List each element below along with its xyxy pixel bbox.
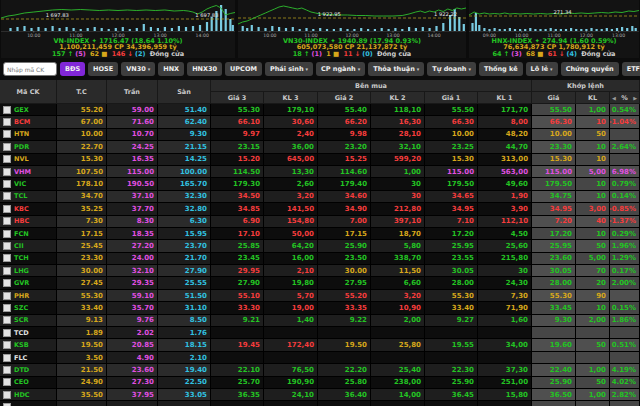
- row-checkbox[interactable]: [3, 130, 11, 138]
- tab-th-ng-k-[interactable]: Thống kê: [479, 62, 523, 76]
- tab-hnx30[interactable]: HNX30: [187, 62, 222, 76]
- row-checkbox[interactable]: [3, 279, 11, 287]
- tab-hnx[interactable]: HNX: [158, 62, 184, 76]
- cell-gia2: 7.00: [318, 216, 371, 227]
- ticker-cell[interactable]: HDC: [0, 389, 57, 400]
- ticker-search-input[interactable]: [3, 62, 57, 76]
- cell-gia: 25.90: [532, 377, 576, 388]
- cell-tc: 1.89: [57, 327, 107, 338]
- tab-hose[interactable]: HOSE: [88, 62, 118, 76]
- row-checkbox[interactable]: [3, 354, 11, 362]
- tab-th-a-thu-n[interactable]: Thỏa thuận▾: [368, 62, 424, 76]
- cell-kl2: 2,00: [371, 315, 425, 326]
- row-checkbox[interactable]: [3, 180, 11, 188]
- index-chart-hnx-index: 271.3409:0010:0011:0012:0013:00: [469, 0, 639, 38]
- ticker-cell[interactable]: KSB: [0, 339, 57, 350]
- ticker-cell[interactable]: [0, 401, 57, 406]
- cell-pct: 1.29%: [610, 253, 640, 264]
- ticker-cell[interactable]: VIC: [0, 178, 57, 189]
- row-checkbox[interactable]: [3, 341, 11, 349]
- ticker-cell[interactable]: VHM: [0, 166, 57, 177]
- ticker-cell[interactable]: HBC: [0, 216, 57, 227]
- tab-b-s[interactable]: BĐS: [60, 62, 85, 76]
- volume-bar: [232, 25, 234, 31]
- ticker-cell[interactable]: TCH: [0, 253, 57, 264]
- tab-ph-i-sinh[interactable]: Phái sinh▾: [265, 62, 313, 76]
- ticker-cell[interactable]: GVR: [0, 277, 57, 288]
- volume-bar: [59, 28, 61, 31]
- ticker-cell[interactable]: LHG: [0, 265, 57, 276]
- scroll-left-icon[interactable]: ◀: [612, 95, 616, 101]
- ticker-cell[interactable]: CEO: [0, 377, 57, 388]
- volume-bar: [66, 27, 68, 31]
- row-checkbox[interactable]: [3, 143, 11, 151]
- cell-kl3: 645,00: [264, 154, 318, 165]
- row-checkbox[interactable]: [3, 155, 11, 163]
- tab-cp-ng-nh[interactable]: CP ngành▾: [316, 62, 365, 76]
- cell-tran: 24.25: [107, 141, 158, 152]
- row-checkbox[interactable]: [3, 217, 11, 225]
- ticker-cell[interactable]: PDR: [0, 141, 57, 152]
- row-checkbox[interactable]: [3, 192, 11, 200]
- ticker-cell[interactable]: DTD: [0, 364, 57, 375]
- cell-tc: 22.70: [57, 141, 107, 152]
- row-checkbox[interactable]: [3, 254, 11, 262]
- volume-bar: [157, 28, 159, 31]
- cell-gia3: 27.90: [211, 277, 264, 288]
- tab-ch-ng-quy-n[interactable]: Chứng quyền: [561, 62, 619, 76]
- row-checkbox[interactable]: [3, 205, 11, 213]
- row-checkbox[interactable]: [3, 366, 11, 374]
- volume-bar: [299, 29, 301, 31]
- row-checkbox[interactable]: [3, 230, 11, 238]
- cell-san: 33.05: [158, 389, 211, 400]
- row-checkbox[interactable]: [3, 329, 11, 337]
- ticker-cell[interactable]: KBC: [0, 203, 57, 214]
- cell-kl1: 34,00: [478, 339, 532, 350]
- row-checkbox[interactable]: [3, 316, 11, 324]
- row-checkbox[interactable]: [3, 267, 11, 275]
- row-checkbox[interactable]: [3, 106, 11, 114]
- tab-vn30[interactable]: VN30▾: [121, 62, 155, 76]
- ticker-cell[interactable]: SCR: [0, 315, 57, 326]
- ticker-cell[interactable]: SZC: [0, 302, 57, 313]
- cell-kl3: 179,10: [264, 104, 318, 115]
- row-checkbox[interactable]: [3, 242, 11, 250]
- volume-bar: [575, 29, 577, 31]
- scroll-right-icon[interactable]: ▶: [633, 95, 637, 101]
- ticker-symbol: LHG: [14, 267, 29, 275]
- ticker-cell[interactable]: GEX: [0, 104, 57, 115]
- cell-gia: 10.00: [532, 129, 576, 140]
- row-checkbox[interactable]: [3, 391, 11, 399]
- ticker-cell[interactable]: BCM: [0, 116, 57, 127]
- tab-t-doanh[interactable]: Tự doanh▾: [427, 62, 476, 76]
- ticker-cell[interactable]: NVL: [0, 154, 57, 165]
- row-checkbox[interactable]: [3, 292, 11, 300]
- cell-gia1: 25.90: [425, 377, 478, 388]
- ticker-cell[interactable]: TCD: [0, 327, 57, 338]
- tab-etf[interactable]: ETF: [622, 62, 640, 76]
- row-checkbox[interactable]: [3, 118, 11, 126]
- tab-upcom[interactable]: UPCOM: [225, 62, 262, 76]
- table-row: CEO24.9027.3022.5025.70190,9025.80238,00…: [0, 377, 640, 389]
- cell-kl3: 16,00: [264, 253, 318, 264]
- row-checkbox[interactable]: [3, 304, 11, 312]
- ticker-cell[interactable]: PHR: [0, 290, 57, 301]
- cell-kl: 50: [576, 129, 610, 140]
- ticker-cell[interactable]: FLC: [0, 352, 57, 363]
- ticker-cell[interactable]: FCN: [0, 228, 57, 239]
- row-checkbox[interactable]: [3, 168, 11, 176]
- ticker-cell[interactable]: HTN: [0, 129, 57, 140]
- ticker-symbol: FLC: [14, 354, 27, 362]
- decliners-count: 11 ↓: [341, 50, 360, 58]
- ticker-cell[interactable]: TCL: [0, 191, 57, 202]
- volume-bar: [590, 28, 592, 31]
- cell-gia: 28.00: [532, 277, 576, 288]
- cell-kl: [576, 327, 610, 338]
- index-breadth-line: 64 ↑(3) 68 ■ 61 ↓(4) Đóng cửa: [469, 51, 639, 57]
- volume-bar: [601, 29, 603, 31]
- ticker-cell[interactable]: CII: [0, 240, 57, 251]
- row-checkbox[interactable]: [3, 378, 11, 386]
- cell-gia1: 10.00: [425, 129, 478, 140]
- tab-l-l-[interactable]: Lô lẻ▾: [526, 62, 558, 76]
- volume-bar: [23, 26, 25, 31]
